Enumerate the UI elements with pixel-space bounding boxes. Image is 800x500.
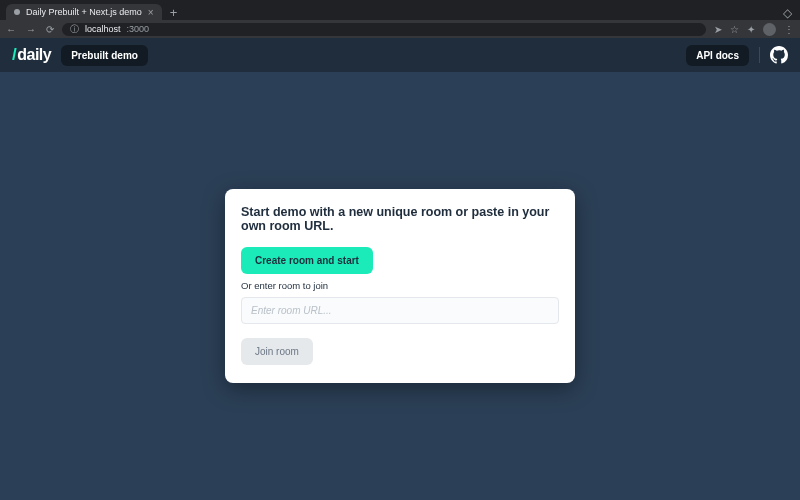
- url-host: localhost: [85, 24, 121, 34]
- tab-favicon-dot: [14, 9, 20, 15]
- logo-slash-icon: /: [12, 45, 16, 65]
- main-stage: Start demo with a new unique room or pas…: [0, 72, 800, 500]
- or-enter-label: Or enter room to join: [241, 280, 559, 291]
- start-demo-card: Start demo with a new unique room or pas…: [225, 189, 575, 383]
- url-port: :3000: [127, 24, 150, 34]
- tab-title: Daily Prebuilt + Next.js demo: [26, 7, 142, 17]
- extensions-icon[interactable]: ✦: [747, 24, 755, 35]
- github-icon[interactable]: [770, 46, 788, 64]
- url-field[interactable]: ⓘ localhost:3000: [62, 23, 706, 36]
- browser-tab[interactable]: Daily Prebuilt + Next.js demo ×: [6, 4, 162, 20]
- browser-address-bar: ← → ⟳ ⓘ localhost:3000 ➤ ☆ ✦ ⋮: [0, 20, 800, 38]
- header-divider: [759, 47, 760, 63]
- star-icon[interactable]: ☆: [730, 24, 739, 35]
- info-icon: ⓘ: [70, 23, 79, 36]
- new-tab-button[interactable]: +: [162, 5, 186, 20]
- back-icon[interactable]: ←: [6, 24, 16, 35]
- join-room-button[interactable]: Join room: [241, 338, 313, 365]
- profile-avatar-icon[interactable]: [763, 23, 776, 36]
- app-header: /daily Prebuilt demo API docs: [0, 38, 800, 72]
- api-docs-button[interactable]: API docs: [686, 45, 749, 66]
- share-icon[interactable]: ➤: [714, 24, 722, 35]
- create-room-button[interactable]: Create room and start: [241, 247, 373, 274]
- prebuilt-demo-badge: Prebuilt demo: [61, 45, 148, 66]
- logo-text: daily: [17, 46, 51, 64]
- close-icon[interactable]: ×: [148, 7, 154, 18]
- forward-icon[interactable]: →: [26, 24, 36, 35]
- daily-logo[interactable]: /daily: [12, 45, 51, 65]
- reload-icon[interactable]: ⟳: [46, 24, 54, 35]
- kebab-menu-icon[interactable]: ⋮: [784, 24, 794, 35]
- card-heading: Start demo with a new unique room or pas…: [241, 205, 559, 233]
- browser-tab-strip: Daily Prebuilt + Next.js demo × + ◇: [0, 0, 800, 20]
- room-url-input[interactable]: [241, 297, 559, 324]
- window-controls-icon[interactable]: ◇: [775, 6, 800, 20]
